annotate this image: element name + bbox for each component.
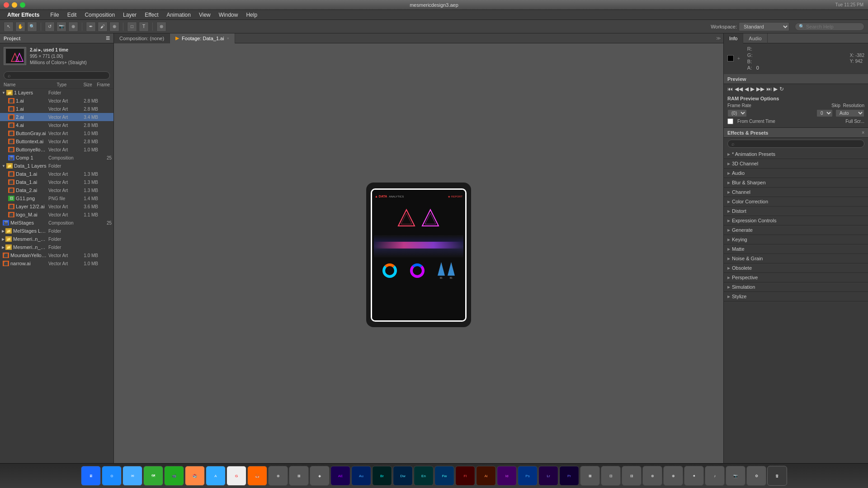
resolution-select[interactable]: Auto Full Half Quarter xyxy=(835,109,864,117)
tab-composition[interactable]: Composition: (none) xyxy=(114,33,170,43)
dock-chrome[interactable]: G xyxy=(226,466,246,486)
project-list-item[interactable]: ⬛ ButtonGray.ai Vector Art 1.0 MB xyxy=(0,129,113,137)
dock-trash[interactable]: 🗑 xyxy=(767,466,787,486)
effect-group-header[interactable]: ▶ Channel xyxy=(724,188,868,197)
effect-group-header[interactable]: ▶ Expression Controls xyxy=(724,216,868,225)
dock-pr[interactable]: Pr xyxy=(559,466,579,486)
menu-view[interactable]: View xyxy=(195,11,214,19)
expand-arrow[interactable]: ▶ xyxy=(2,237,5,241)
pen-tool[interactable]: ✒ xyxy=(86,22,96,32)
maximize-button[interactable] xyxy=(20,2,25,8)
dock-safari[interactable]: ⊙ xyxy=(102,466,122,486)
effect-group-header[interactable]: ▶ Audio xyxy=(724,169,868,178)
preview-back-btn[interactable]: ◀ xyxy=(745,86,749,92)
effect-group-header[interactable]: ▶ Noise & Grain xyxy=(724,254,868,263)
tab-audio[interactable]: Audio xyxy=(743,33,767,43)
project-search-input[interactable] xyxy=(4,71,110,80)
dock-fl[interactable]: Fl xyxy=(455,466,475,486)
menu-effect[interactable]: Effect xyxy=(141,11,162,19)
dock-br[interactable]: Br xyxy=(372,466,392,486)
tab-bar-expand-icon[interactable]: ≫ xyxy=(716,36,721,41)
project-list-item[interactable]: ⬛ 4.ai Vector Art 2.8 MB xyxy=(0,121,113,129)
preview-play-btn[interactable]: ▶ xyxy=(750,86,755,92)
project-list-item[interactable]: ⬛ Data_1.ai Vector Art 1.3 MB xyxy=(0,170,113,178)
project-list-item[interactable]: ▶ 📁 MelStages Layers Folder xyxy=(0,227,113,235)
project-list-item[interactable]: ⬛ MountainYellow.ai Vector Art 1.0 MB xyxy=(0,251,113,259)
project-panel-menu-icon[interactable]: ☰ xyxy=(106,36,110,41)
project-list-item[interactable]: ⬛ 2.ai Vector Art 3.4 MB xyxy=(0,113,113,121)
dock-item-b9[interactable]: ⚙ xyxy=(746,466,766,486)
menu-composition[interactable]: Composition xyxy=(81,11,118,19)
color-plus-btn[interactable]: + xyxy=(737,56,740,61)
dock-item-2[interactable]: ⊞ xyxy=(289,466,309,486)
minimize-button[interactable] xyxy=(12,2,17,8)
dock-ai[interactable]: Ai xyxy=(476,466,496,486)
dock-ae[interactable]: AE xyxy=(330,466,350,486)
project-list-item[interactable]: ▼ 📁 1 Layers Folder xyxy=(0,89,113,97)
project-list-item[interactable]: ⬛ 1.ai Vector Art 2.8 MB xyxy=(0,97,113,105)
project-list-item[interactable]: ⬛ Data_2.ai Vector Art 1.3 MB xyxy=(0,186,113,194)
preview-first-btn[interactable]: ⏮ xyxy=(727,86,733,92)
dock-item-b1[interactable]: ⊠ xyxy=(580,466,600,486)
dock-mail[interactable]: ✉ xyxy=(123,466,142,486)
project-list-item[interactable]: ⬛ Buttonyellow.ai Vector Art 1.0 MB xyxy=(0,145,113,154)
text-tool[interactable]: T xyxy=(139,22,149,32)
from-current-checkbox[interactable] xyxy=(727,118,733,124)
dock-lr[interactable]: Lr xyxy=(538,466,558,486)
camera-tool[interactable]: 📷 xyxy=(57,22,66,32)
menu-window[interactable]: Window xyxy=(215,11,242,19)
effect-group-header[interactable]: ▶ Blur & Sharpen xyxy=(724,178,868,187)
effect-group-header[interactable]: ▶ Stylize xyxy=(724,292,868,301)
effect-group-header[interactable]: ▶ Perspective xyxy=(724,273,868,282)
preview-fwd-btn[interactable]: ▶▶ xyxy=(756,86,764,92)
effect-group-header[interactable]: ▶ Color Correction xyxy=(724,197,868,206)
col-header-frame[interactable]: Frame xyxy=(92,82,110,87)
project-list-item[interactable]: 🎬 Comp 1 Composition 25 xyxy=(0,154,113,162)
tab-footage[interactable]: ▶ Footage: Data_1.ai × xyxy=(170,33,235,43)
effect-group-header[interactable]: ▶ 3D Channel xyxy=(724,159,868,168)
expand-arrow[interactable]: ▼ xyxy=(2,91,5,95)
shape-tool[interactable]: □ xyxy=(127,22,137,32)
dock-item-b2[interactable]: ⊡ xyxy=(601,466,621,486)
project-list-item[interactable]: ▶ 📁 Mesmeri..n_Movie Folder xyxy=(0,243,113,251)
expand-arrow[interactable]: ▶ xyxy=(2,229,5,233)
project-list-item[interactable]: ⬛ Layer 12/2.ai Vector Art 3.6 MB xyxy=(0,202,113,211)
selection-tool[interactable]: ↖ xyxy=(4,22,14,32)
menu-animation[interactable]: Animation xyxy=(163,11,194,19)
project-list-item[interactable]: ▶ 📁 Mesmeri..n_Movie Folder xyxy=(0,235,113,243)
dock-ps[interactable]: Ps xyxy=(518,466,538,486)
preview-last-btn[interactable]: ⏭ xyxy=(766,86,772,92)
dock-au[interactable]: Au xyxy=(351,466,371,486)
dock-item-b8[interactable]: 📷 xyxy=(726,466,745,486)
effects-panel-close[interactable]: × xyxy=(862,130,864,135)
dock-item-b3[interactable]: ⊟ xyxy=(622,466,642,486)
col-header-size[interactable]: Size xyxy=(75,82,92,87)
dock-item-3[interactable]: ◈ xyxy=(310,466,330,486)
dock-ibooks[interactable]: 📚 xyxy=(185,466,205,486)
effect-group-header[interactable]: ▶ Keying xyxy=(724,235,868,244)
dock-en[interactable]: En xyxy=(414,466,434,486)
dock-facetime[interactable]: 📹 xyxy=(164,466,184,486)
dock-item-b6[interactable]: ✦ xyxy=(684,466,704,486)
effect-group-header[interactable]: ▶ Simulation xyxy=(724,282,868,291)
skip-select[interactable]: 0 1 2 xyxy=(816,109,833,117)
zoom-tool[interactable]: 🔍 xyxy=(27,22,37,32)
dock-id[interactable]: Id xyxy=(497,466,517,486)
col-header-name[interactable]: Name xyxy=(4,82,21,87)
project-list-item[interactable]: ⬛ logo_M.ai Vector Art 1.1 MB xyxy=(0,211,113,219)
project-list-item[interactable]: ⬛ Buttontext.ai Vector Art 2.8 MB xyxy=(0,137,113,145)
effect-group-header[interactable]: ▶ Matte xyxy=(724,244,868,253)
puppet-tool[interactable]: ⊛ xyxy=(156,22,166,32)
col-header-type[interactable]: Type xyxy=(57,82,75,87)
dock-item-1[interactable]: ⊛ xyxy=(268,466,288,486)
preview-prev-frame-btn[interactable]: ◀◀ xyxy=(735,86,743,92)
dock-maps[interactable]: 🗺 xyxy=(143,466,163,486)
search-input[interactable] xyxy=(806,24,860,29)
effect-group-header[interactable]: ▶ * Animation Presets xyxy=(724,150,868,159)
dock-finder[interactable]: 🖥 xyxy=(81,466,101,486)
project-list-item[interactable]: 🖼 G11.png PNG file 1.4 MB xyxy=(0,194,113,202)
menu-help[interactable]: Help xyxy=(242,11,261,19)
dock-dw[interactable]: Dw xyxy=(393,466,413,486)
tab-footage-close[interactable]: × xyxy=(227,36,229,41)
dock-fw[interactable]: Fw xyxy=(434,466,454,486)
